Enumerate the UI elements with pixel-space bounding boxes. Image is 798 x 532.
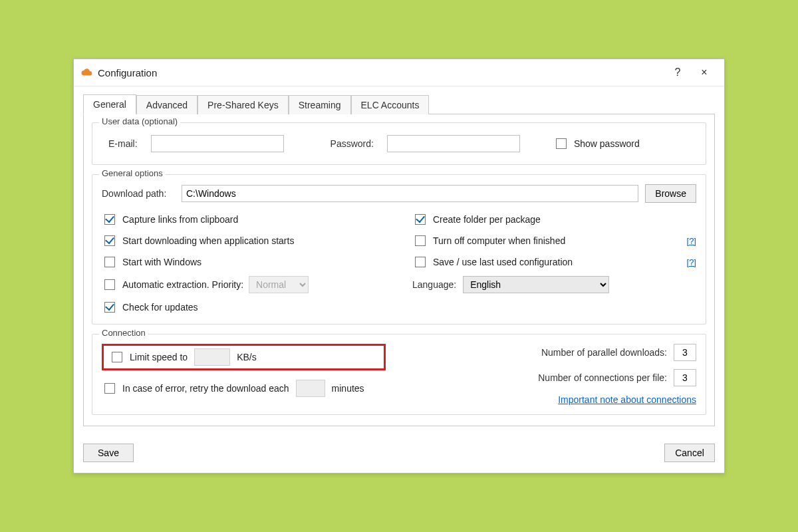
check-limit-speed[interactable]: Limit speed to (109, 350, 188, 364)
tab-advanced[interactable]: Advanced (136, 95, 198, 114)
right-options-column: Create folder per package Turn off compu… (412, 212, 696, 315)
dialog-footer: Save Cancel (74, 436, 724, 473)
close-button[interactable]: × (691, 63, 718, 82)
show-password-checkbox[interactable]: Show password (553, 136, 640, 151)
check-create-folder-input[interactable] (415, 214, 426, 225)
download-path-label: Download path: (102, 188, 175, 199)
download-path-field[interactable] (182, 185, 638, 202)
tab-elc-accounts[interactable]: ELC Accounts (351, 95, 430, 114)
left-options-column: Capture links from clipboard Start downl… (102, 212, 386, 315)
check-turnoff[interactable]: Turn off computer when finished (412, 233, 680, 248)
check-start-downloading[interactable]: Start downloading when application start… (102, 233, 386, 248)
group-user-data-legend: User data (optional) (99, 116, 180, 126)
tab-preshared-keys[interactable]: Pre-Shared Keys (198, 95, 289, 114)
help-turnoff[interactable]: [?] (687, 236, 696, 246)
password-label: Password: (331, 138, 374, 149)
help-button[interactable]: ? (664, 63, 691, 82)
connections-per-file-field[interactable] (674, 369, 696, 386)
check-capture-links-input[interactable] (104, 214, 115, 225)
configuration-dialog: Configuration ? × General Advanced Pre-S… (73, 59, 725, 473)
password-field[interactable] (387, 135, 520, 152)
window-title: Configuration (98, 67, 157, 78)
app-cloud-icon (80, 66, 92, 78)
retry-minutes-field[interactable] (296, 380, 325, 397)
show-password-label: Show password (574, 138, 640, 149)
check-updates[interactable]: Check for updates (102, 300, 386, 315)
tab-body-general: User data (optional) E-mail: Password: S… (83, 114, 715, 426)
check-auto-extraction-input[interactable] (104, 279, 115, 290)
dialog-content: General Advanced Pre-Shared Keys Streami… (74, 86, 724, 436)
check-start-with-windows[interactable]: Start with Windows (102, 255, 386, 269)
check-limit-speed-input[interactable] (112, 352, 122, 362)
check-retry[interactable]: In case of error, retry the download eac… (102, 381, 289, 396)
save-button[interactable]: Save (83, 444, 134, 462)
parallel-downloads-label: Number of parallel downloads: (541, 347, 667, 358)
limit-speed-field[interactable] (194, 348, 230, 366)
cancel-button[interactable]: Cancel (664, 444, 715, 462)
email-field[interactable] (151, 135, 284, 152)
group-general-options: General options Download path: Browse Ca… (92, 174, 706, 325)
email-label: E-mail: (108, 138, 138, 149)
browse-button[interactable]: Browse (645, 184, 696, 203)
check-turnoff-input[interactable] (415, 235, 426, 246)
group-user-data: User data (optional) E-mail: Password: S… (92, 122, 706, 165)
check-start-with-windows-input[interactable] (104, 257, 115, 267)
check-save-config[interactable]: Save / use last used configuration (412, 255, 680, 269)
connections-note-link[interactable]: Important note about connections (558, 394, 696, 405)
check-auto-extraction[interactable]: Automatic extraction. Priority: (102, 277, 243, 292)
priority-select[interactable]: Normal (249, 276, 309, 293)
check-retry-input[interactable] (104, 383, 115, 394)
connections-per-file-label: Number of connections per file: (538, 372, 667, 383)
check-updates-input[interactable] (104, 302, 115, 313)
language-label: Language: (412, 279, 456, 290)
parallel-downloads-field[interactable] (674, 344, 696, 361)
group-connection: Connection Limit speed to KB/s (92, 334, 706, 415)
limit-speed-unit: KB/s (237, 352, 257, 362)
check-save-config-input[interactable] (415, 257, 426, 267)
show-password-checkbox-input[interactable] (556, 138, 567, 149)
check-start-downloading-input[interactable] (104, 235, 115, 246)
language-select[interactable]: English (463, 276, 609, 293)
tab-general[interactable]: General (83, 94, 136, 114)
group-general-options-legend: General options (99, 168, 166, 178)
retry-unit: minutes (332, 383, 364, 394)
titlebar: Configuration ? × (74, 59, 724, 86)
group-connection-legend: Connection (99, 328, 148, 338)
check-capture-links[interactable]: Capture links from clipboard (102, 212, 386, 227)
tabstrip: General Advanced Pre-Shared Keys Streami… (83, 94, 715, 114)
help-save-config[interactable]: [?] (687, 257, 696, 267)
limit-speed-highlight: Limit speed to KB/s (102, 344, 386, 370)
tab-streaming[interactable]: Streaming (289, 95, 351, 114)
check-create-folder[interactable]: Create folder per package (412, 212, 696, 227)
